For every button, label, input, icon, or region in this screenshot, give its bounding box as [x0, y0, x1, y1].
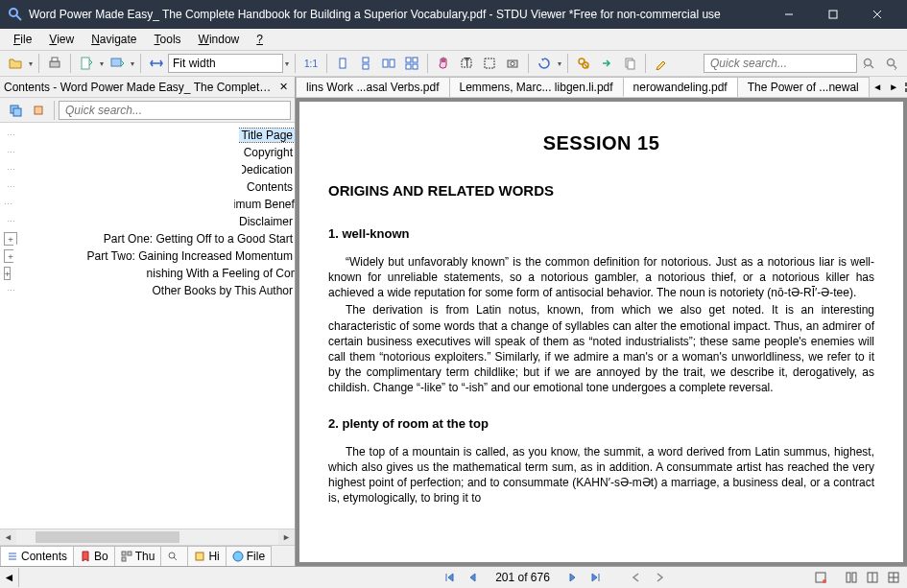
svg-rect-14: [390, 59, 394, 67]
svg-line-53: [174, 557, 177, 560]
menu-file[interactable]: File: [6, 31, 39, 48]
svg-rect-12: [363, 64, 369, 69]
facing-button[interactable]: [378, 53, 399, 74]
doc-tab[interactable]: lins Work ...asal Verbs.pdf: [296, 77, 450, 97]
first-page-button[interactable]: [440, 568, 459, 587]
actual-size-button[interactable]: 1:1: [300, 53, 322, 74]
layout-3-button[interactable]: [884, 568, 903, 587]
menu-help[interactable]: ?: [249, 31, 271, 48]
side-panel-toolbar: [0, 98, 295, 123]
hand-tool-button[interactable]: [433, 53, 454, 74]
fullscreen-button[interactable]: [811, 568, 830, 587]
title-bar: Word Power Made Easy_ The Complete Handb…: [0, 0, 907, 29]
svg-line-30: [871, 65, 873, 68]
snapshot-button[interactable]: [502, 53, 523, 74]
tab-bookmarks[interactable]: Bo: [73, 546, 115, 566]
tab-contents[interactable]: Contents: [0, 546, 74, 566]
prev-page-button[interactable]: [463, 568, 482, 587]
single-page-button[interactable]: [332, 53, 353, 74]
side-panel-header: Contents - Word Power Made Easy_ The Com…: [0, 77, 295, 98]
status-bar: ◄ 201 of 676: [0, 567, 907, 588]
copy-button[interactable]: [619, 53, 640, 74]
hscroll-right[interactable]: ►: [278, 529, 295, 545]
document-viewport[interactable]: SESSION 15 ORIGINS AND RELATED WORDS 1. …: [296, 98, 907, 566]
collapse-all-button[interactable]: [28, 100, 49, 121]
print-button[interactable]: [44, 53, 65, 74]
rotate-dropdown[interactable]: ▾: [556, 59, 563, 68]
section-2-head: 2. plenty of room at the top: [328, 415, 874, 433]
maximize-button[interactable]: [811, 0, 855, 29]
menu-view[interactable]: View: [41, 31, 82, 48]
svg-rect-9: [111, 59, 121, 66]
facing-continuous-button[interactable]: [401, 53, 422, 74]
scroll-left-button[interactable]: ◄: [0, 568, 19, 587]
side-panel-tabs: Contents Bo Thu Hi File: [0, 545, 295, 566]
svg-point-29: [865, 59, 871, 66]
section-2-para-1: The top of a mountain is called, as you …: [328, 444, 874, 506]
side-panel-hscroll[interactable]: ◄ ►: [0, 529, 295, 545]
tab-scroll-right[interactable]: ►: [887, 80, 901, 94]
export-image-button[interactable]: [107, 53, 128, 74]
expand-icon[interactable]: +: [4, 232, 17, 246]
window-title: Word Power Made Easy_ The Complete Handb…: [29, 8, 767, 21]
doc-tab[interactable]: The Power of ...newal: [737, 77, 870, 97]
nav-forward-button[interactable]: [650, 568, 669, 587]
svg-point-0: [10, 9, 17, 16]
next-page-button[interactable]: [563, 568, 583, 587]
doc-tab[interactable]: Lemmens, Marc... libgen.li.pdf: [449, 77, 624, 97]
tab-grid-button[interactable]: [903, 80, 907, 94]
continuous-button[interactable]: [355, 53, 376, 74]
nav-back-button[interactable]: [627, 568, 646, 587]
export-dropdown[interactable]: ▾: [98, 59, 106, 68]
menu-navigate[interactable]: Navigate: [84, 31, 144, 48]
expand-icon[interactable]: +: [4, 267, 11, 280]
side-panel-close-button[interactable]: ✕: [275, 80, 291, 95]
menu-bar: File View Navigate Tools Window ?: [0, 29, 907, 50]
svg-rect-11: [363, 58, 369, 62]
quick-search-input[interactable]: [704, 54, 857, 73]
minimize-button[interactable]: [767, 0, 811, 29]
tab-files[interactable]: File: [226, 546, 272, 566]
expand-all-button[interactable]: [5, 100, 26, 121]
tree-item[interactable]: ⋯Other Books by This Author: [0, 282, 295, 299]
export-image-dropdown[interactable]: ▾: [129, 59, 136, 68]
svg-text:T: T: [464, 57, 471, 69]
contents-search-input[interactable]: [59, 101, 291, 120]
section-1-head: 1. well-known: [328, 225, 874, 243]
close-button[interactable]: [855, 0, 899, 29]
tree-item-label: Part One: Getting Off to a Good Start: [102, 232, 295, 246]
zoom-dropdown[interactable]: ▾: [283, 59, 291, 68]
layout-1-button[interactable]: [842, 568, 861, 587]
select-region-button[interactable]: [479, 53, 500, 74]
search-prev-button[interactable]: [858, 53, 879, 74]
find-button[interactable]: [573, 53, 594, 74]
svg-rect-18: [413, 64, 418, 69]
quick-search: [704, 54, 857, 73]
last-page-button[interactable]: [586, 568, 606, 587]
layout-2-button[interactable]: [863, 568, 882, 587]
find-next-button[interactable]: [596, 53, 617, 74]
app-icon: [8, 7, 23, 22]
hscroll-left[interactable]: ◄: [0, 529, 16, 545]
page-heading: ORIGINS AND RELATED WORDS: [328, 181, 874, 200]
menu-window[interactable]: Window: [191, 31, 248, 48]
contents-tree[interactable]: ⋯Title Page⋯Copyright⋯Dedication⋯Content…: [0, 123, 295, 529]
search-next-button[interactable]: [881, 53, 902, 74]
svg-rect-7: [52, 58, 58, 61]
tree-item-label: Dedication: [236, 163, 295, 176]
select-text-button[interactable]: T: [456, 53, 477, 74]
export-text-button[interactable]: [76, 53, 97, 74]
highlight-button[interactable]: [651, 53, 672, 74]
tab-scroll-left[interactable]: ◄: [871, 80, 885, 94]
tree-item-label: Disclaimer: [237, 215, 295, 228]
open-button[interactable]: [5, 53, 26, 74]
open-dropdown[interactable]: ▾: [27, 59, 35, 68]
doc-tab[interactable]: nerowandeling.pdf: [623, 77, 738, 97]
tab-highlights[interactable]: Hi: [187, 546, 226, 566]
rotate-button[interactable]: [534, 53, 555, 74]
zoom-input[interactable]: [168, 54, 283, 73]
menu-tools[interactable]: Tools: [147, 31, 189, 48]
tab-search[interactable]: [160, 546, 188, 566]
zoom-mode-icon[interactable]: [146, 53, 167, 74]
tab-thumbnails[interactable]: Thu: [114, 546, 162, 566]
